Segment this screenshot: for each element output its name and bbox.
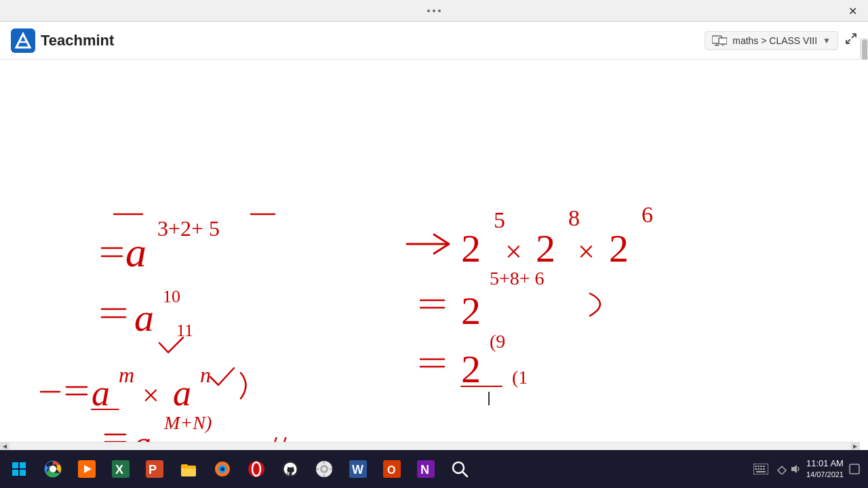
logo: Teachmint <box>11 28 114 53</box>
svg-rect-6 <box>719 38 727 44</box>
title-bar: ✕ <box>0 0 868 22</box>
svg-text:X: X <box>115 463 123 476</box>
powerpoint-icon: P <box>146 460 163 478</box>
taskbar-excel[interactable]: X <box>104 453 137 485</box>
svg-text:a: a <box>173 373 191 413</box>
breadcrumb-text: maths > CLASS VIII <box>732 35 817 46</box>
svg-marker-95 <box>791 465 797 473</box>
github-icon <box>281 460 299 478</box>
office-icon: O <box>383 460 401 478</box>
svg-rect-86 <box>755 466 757 467</box>
search-magnify-icon <box>451 460 469 478</box>
firefox-icon <box>214 460 231 478</box>
svg-rect-94 <box>756 471 766 472</box>
svg-text:N: N <box>420 463 429 476</box>
svg-text:8: 8 <box>568 205 580 230</box>
math-handwriting: a 3+2+ 5 a 10 11 a m × a n <box>0 60 868 450</box>
svg-text:×: × <box>505 235 522 268</box>
volume-icon <box>790 464 801 474</box>
svg-text:5: 5 <box>494 207 505 232</box>
taskbar-search[interactable] <box>443 453 476 485</box>
svg-text:2: 2 <box>461 226 481 270</box>
taskbar-firefox[interactable] <box>206 453 239 485</box>
whiteboard-canvas: a 3+2+ 5 a 10 11 a m × a n <box>0 60 868 450</box>
network-icon <box>776 464 787 474</box>
svg-text:a: a <box>92 373 110 413</box>
scroll-left-button[interactable]: ◀ <box>0 443 9 451</box>
text-cursor <box>488 392 490 405</box>
svg-text:11: 11 <box>176 321 193 340</box>
svg-text:W: W <box>352 463 363 476</box>
taskbar-tool[interactable] <box>308 453 340 485</box>
svg-text:6: 6 <box>642 202 653 227</box>
start-button[interactable] <box>3 453 35 485</box>
system-clock: 11:01 AM 14/07/2021 <box>806 458 844 479</box>
taskbar-powerpoint[interactable]: P <box>138 453 171 485</box>
windows-logo-icon <box>12 462 26 476</box>
svg-point-72 <box>322 467 326 471</box>
svg-rect-92 <box>760 468 762 470</box>
header-bar: Teachmint maths > CLASS VIII ▼ <box>0 22 868 60</box>
svg-text:3+2+ 5: 3+2+ 5 <box>157 216 220 241</box>
taskbar-github[interactable] <box>274 453 307 485</box>
svg-rect-91 <box>757 468 760 470</box>
opera-icon <box>248 460 265 478</box>
taskbar-word[interactable]: W <box>342 453 374 485</box>
close-button[interactable]: ✕ <box>837 0 868 22</box>
tool-icon <box>315 460 333 478</box>
svg-rect-90 <box>755 468 757 470</box>
svg-rect-89 <box>763 466 765 467</box>
svg-text:P: P <box>149 463 157 476</box>
onenote-icon: N <box>417 460 435 478</box>
keyboard-icon <box>753 464 768 474</box>
chrome-icon <box>44 460 62 478</box>
svg-text:5+8+ 6: 5+8+ 6 <box>490 268 545 289</box>
scroll-track <box>9 443 850 451</box>
taskbar-media-player[interactable] <box>71 453 103 485</box>
svg-rect-93 <box>763 468 765 470</box>
taskbar-office[interactable]: O <box>376 453 408 485</box>
svg-line-84 <box>462 472 467 476</box>
svg-rect-88 <box>760 466 762 467</box>
logo-text: Teachmint <box>41 32 114 49</box>
clock-time: 11:01 AM <box>806 458 844 470</box>
logo-icon <box>11 28 35 53</box>
taskbar-onenote[interactable]: N <box>410 453 442 485</box>
taskbar-chrome[interactable] <box>37 453 69 485</box>
svg-text:2: 2 <box>461 289 481 333</box>
expand-button[interactable] <box>845 33 857 48</box>
title-dots <box>427 9 441 12</box>
svg-text:a: a <box>125 229 146 275</box>
svg-text:n: n <box>200 363 211 387</box>
chevron-icon: ▼ <box>823 36 831 45</box>
svg-text:×: × <box>142 379 159 412</box>
clock-date: 14/07/2021 <box>806 470 844 479</box>
svg-text:10: 10 <box>163 287 180 306</box>
svg-text:M+N): M+N) <box>163 412 212 433</box>
horizontal-scrollbar[interactable]: ◀ ▶ <box>0 442 860 450</box>
svg-text:×: × <box>578 235 595 268</box>
taskbar: X P <box>0 450 868 488</box>
notification-icon <box>849 464 860 474</box>
svg-point-56 <box>50 466 56 472</box>
svg-rect-96 <box>850 464 859 474</box>
svg-text:O: O <box>387 464 395 476</box>
expand-icon <box>845 33 857 45</box>
svg-point-66 <box>220 467 224 471</box>
scroll-right-button[interactable]: ▶ <box>850 443 860 451</box>
breadcrumb-button[interactable]: maths > CLASS VIII ▼ <box>705 31 838 50</box>
media-player-icon <box>78 460 96 478</box>
svg-text:a: a <box>134 296 154 340</box>
taskbar-files[interactable] <box>172 453 205 485</box>
svg-text:2: 2 <box>536 226 555 270</box>
screen-icon <box>712 35 727 47</box>
svg-text:(1: (1 <box>512 367 528 388</box>
taskbar-opera[interactable] <box>240 453 273 485</box>
files-icon <box>180 460 197 478</box>
svg-rect-87 <box>757 466 760 467</box>
system-tray: 11:01 AM 14/07/2021 <box>753 458 865 479</box>
svg-text:m: m <box>119 363 134 387</box>
svg-text:2: 2 <box>609 226 629 270</box>
svg-text:2: 2 <box>461 347 481 391</box>
excel-icon: X <box>112 460 130 478</box>
